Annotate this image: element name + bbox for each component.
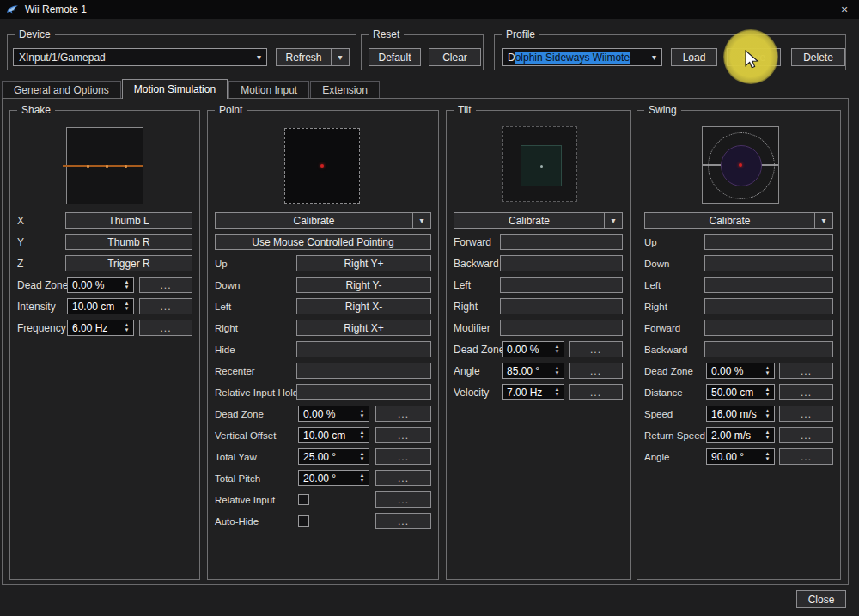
clear-button[interactable]: Clear [429,48,481,66]
point-hide-mapping-button[interactable] [296,341,431,357]
point-left-mapping-button[interactable]: Right X- [296,298,431,314]
swing-speed-spinbox[interactable]: 16.00 m/s ▲▼ [706,406,775,422]
advanced-expression-button[interactable]: ... [779,406,833,422]
refresh-button[interactable]: Refresh [277,49,331,65]
advanced-expression-button[interactable]: ... [139,320,192,336]
spinner-down-icon[interactable]: ▼ [765,414,771,418]
shake-intensity-spinbox[interactable]: 10.00 cm ▲▼ [67,298,134,314]
tilt-modifier-mapping-button[interactable] [500,320,623,336]
advanced-expression-button[interactable]: ... [375,427,431,443]
setting-row: Total Pitch 20.00 ° ▲▼ ... [215,470,431,486]
tilt-left-mapping-button[interactable] [500,277,623,293]
spinner-down-icon[interactable]: ▼ [765,457,771,461]
device-combobox[interactable]: XInput/1/Gamepad ▾ [13,48,267,66]
advanced-expression-button[interactable]: ... [779,427,833,443]
advanced-expression-button[interactable]: ... [779,448,833,465]
advanced-expression-button[interactable]: ... [375,513,431,529]
swing-forward-mapping-button[interactable] [704,320,833,336]
point-down-mapping-button[interactable]: Right Y- [296,277,431,293]
mapping-label: Left [454,279,500,291]
calibrate-button[interactable]: Calibrate [645,213,814,228]
tilt-angle-spinbox[interactable]: 85.00 ° ▲▼ [502,363,564,379]
tilt-velocity-spinbox[interactable]: 7.00 Hz ▲▼ [502,384,564,400]
point-relative-input-hold-mapping-button[interactable] [296,384,431,400]
point-right-mapping-button[interactable]: Right X+ [296,320,431,336]
tilt-forward-mapping-button[interactable] [500,234,623,250]
spinner-down-icon[interactable]: ▼ [765,393,771,397]
mapping-label: Right [644,302,704,312]
advanced-expression-button[interactable]: ... [779,363,833,379]
spinner-down-icon[interactable]: ▼ [360,414,365,418]
reset-group-label: Reset [369,28,404,40]
advanced-expression-button[interactable]: ... [569,363,623,379]
swing-return-speed-spinbox[interactable]: 2.00 m/s ▲▼ [706,427,775,443]
advanced-expression-button[interactable]: ... [375,406,431,422]
tilt-right-mapping-button[interactable] [500,298,623,314]
point-dead-zone-spinbox[interactable]: 0.00 % ▲▼ [298,406,369,422]
swing-backward-mapping-button[interactable] [704,341,833,357]
spinner-down-icon[interactable]: ▼ [555,371,560,375]
tab-motion-input[interactable]: Motion Input [228,81,309,98]
tab-motion-simulation[interactable]: Motion Simulation [122,79,228,99]
shake-x-mapping-button[interactable]: Thumb L [65,212,192,229]
spinner-down-icon[interactable]: ▼ [765,436,771,440]
shake-z-mapping-button[interactable]: Trigger R [65,255,192,271]
profile-combobox[interactable]: Dolphin Sideways Wiimote ▾ [502,48,662,66]
refresh-dropdown-icon[interactable]: ▾ [331,49,349,65]
save-button[interactable]: Save [727,48,781,66]
swing-distance-spinbox[interactable]: 50.00 cm ▲▼ [706,384,775,400]
spinner-down-icon[interactable]: ▼ [125,285,130,290]
default-button[interactable]: Default [369,48,421,66]
calibrate-button[interactable]: Calibrate [454,213,604,228]
advanced-expression-button[interactable]: ... [139,298,192,314]
calibrate-dropdown-icon[interactable]: ▾ [814,213,832,228]
calibrate-dropdown-icon[interactable]: ▾ [604,213,622,228]
spinner-down-icon[interactable]: ▼ [555,350,560,354]
spinner-down-icon[interactable]: ▼ [555,393,560,397]
tab-general-and-options[interactable]: General and Options [2,81,121,98]
advanced-expression-button[interactable]: ... [569,384,623,400]
spinner-down-icon[interactable]: ▼ [125,328,130,332]
auto-hide-checkbox[interactable] [298,515,309,527]
load-button[interactable]: Load [671,48,717,66]
advanced-expression-button[interactable]: ... [375,470,431,486]
swing-up-mapping-button[interactable] [704,234,833,250]
delete-button[interactable]: Delete [791,48,845,66]
tilt-backward-mapping-button[interactable] [500,255,623,271]
swing-left-mapping-button[interactable] [704,277,833,293]
setting-row: Vertical Offset 10.00 cm ▲▼ ... [215,427,431,443]
tab-extension[interactable]: Extension [310,81,380,98]
window-close-button[interactable]: × [830,0,859,19]
close-button[interactable]: Close [796,590,846,608]
relative-input-checkbox[interactable] [298,494,309,505]
swing-right-mapping-button[interactable] [704,298,833,314]
shake-frequency-spinbox[interactable]: 6.00 Hz ▲▼ [67,320,134,336]
spinner-down-icon[interactable]: ▼ [360,457,365,461]
advanced-expression-button[interactable]: ... [375,448,431,465]
swing-angle-spinbox[interactable]: 90.00 ° ▲▼ [706,448,775,465]
point-total-yaw-spinbox[interactable]: 25.00 ° ▲▼ [298,448,369,465]
setting-row: Velocity 7.00 Hz ▲▼ ... [454,384,623,400]
advanced-expression-button[interactable]: ... [779,384,833,400]
point-recenter-mapping-button[interactable] [296,363,431,379]
tilt-dead-zone-spinbox[interactable]: 0.00 % ▲▼ [502,341,564,357]
calibrate-button[interactable]: Calibrate [216,213,412,228]
advanced-expression-button[interactable]: ... [375,491,431,508]
mouse-controlled-pointing-button[interactable]: Use Mouse Controlled Pointing [215,234,431,250]
swing-dead-zone-spinbox[interactable]: 0.00 % ▲▼ [706,363,775,379]
shake-dead-zone-spinbox[interactable]: 0.00 % ▲▼ [67,277,134,293]
spinner-down-icon[interactable]: ▼ [125,307,130,311]
point-up-mapping-button[interactable]: Right Y+ [296,255,431,271]
advanced-expression-button[interactable]: ... [569,341,623,357]
point-total-pitch-spinbox[interactable]: 20.00 ° ▲▼ [298,470,369,486]
checkbox-label: Auto-Hide [215,516,296,527]
point-vertical-offset-spinbox[interactable]: 10.00 cm ▲▼ [298,427,369,443]
spinner-down-icon[interactable]: ▼ [765,371,771,375]
calibrate-dropdown-icon[interactable]: ▾ [412,213,430,228]
shake-y-mapping-button[interactable]: Thumb R [65,234,192,250]
advanced-expression-button[interactable]: ... [139,277,192,293]
spinner-down-icon[interactable]: ▼ [360,436,365,440]
chevron-down-icon: ▾ [257,52,261,62]
spinner-down-icon[interactable]: ▼ [360,479,365,483]
swing-down-mapping-button[interactable] [704,255,833,271]
